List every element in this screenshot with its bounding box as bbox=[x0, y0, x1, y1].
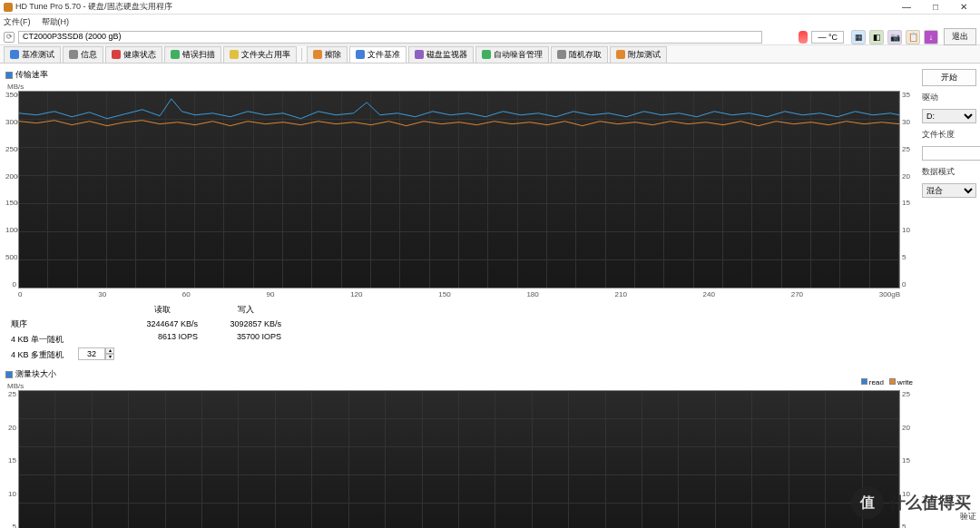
tab-extra[interactable]: 附加测试 bbox=[610, 46, 667, 63]
random-icon bbox=[557, 50, 566, 59]
app-icon bbox=[4, 3, 13, 12]
minimize-button[interactable]: — bbox=[897, 2, 916, 12]
drive-label: 驱动 bbox=[922, 92, 976, 103]
tab-filebench[interactable]: 文件基准 bbox=[349, 46, 407, 63]
refresh-icon[interactable]: ⟳ bbox=[4, 32, 15, 43]
read-trace bbox=[19, 99, 899, 119]
tab-erase[interactable]: 擦除 bbox=[307, 46, 348, 63]
qd-up[interactable]: ▴ bbox=[105, 347, 114, 354]
queue-depth-input[interactable] bbox=[78, 347, 105, 360]
seq-read-value: 3244647 KB/s bbox=[127, 319, 198, 328]
temperature-display: — °C bbox=[811, 31, 844, 44]
quick-icon-5[interactable]: ↓ bbox=[924, 30, 938, 44]
4k-single-read-value: 8613 IOPS bbox=[127, 332, 198, 341]
filelen-input[interactable] bbox=[922, 146, 980, 161]
x-axis: 0306090120150180210240270300gB bbox=[5, 288, 913, 298]
folder-icon bbox=[230, 50, 239, 59]
blocksize-chart bbox=[18, 390, 900, 528]
window-title: HD Tune Pro 5.70 - 硬盘/固态硬盘实用程序 bbox=[15, 1, 897, 13]
erase-icon bbox=[313, 50, 322, 59]
quick-icon-1[interactable]: ▦ bbox=[851, 30, 866, 44]
start-button[interactable]: 开始 bbox=[922, 69, 976, 86]
watermark: 值 什么值得买 bbox=[851, 486, 971, 519]
menu-file[interactable]: 文件(F) bbox=[4, 16, 31, 28]
results-table: 顺序 4 KB 单一随机 4 KB 多重随机 ▴▾ 读取 3244647 KB/… bbox=[5, 298, 913, 368]
watermark-text: 什么值得买 bbox=[889, 492, 971, 513]
checkbox-blocksize[interactable] bbox=[5, 371, 13, 378]
tab-random[interactable]: 随机存取 bbox=[551, 46, 608, 63]
qd-down[interactable]: ▾ bbox=[105, 354, 114, 360]
y2-left-axis: 252015105 bbox=[5, 390, 18, 528]
row-4kb-single: 4 KB 单一随机 bbox=[11, 334, 73, 346]
header-write: 写入 bbox=[211, 304, 281, 316]
seq-write-value: 3092857 KB/s bbox=[211, 319, 281, 328]
y-axis-label: MB/s bbox=[5, 83, 913, 91]
watermark-icon: 值 bbox=[851, 486, 884, 519]
quick-icon-4[interactable]: 📋 bbox=[906, 30, 920, 44]
tab-aam[interactable]: 自动噪音管理 bbox=[475, 46, 549, 63]
tab-monitor[interactable]: 磁盘监视器 bbox=[408, 46, 474, 63]
sound-icon bbox=[482, 50, 491, 59]
tab-health[interactable]: 健康状态 bbox=[105, 46, 162, 63]
mode-label: 数据模式 bbox=[922, 166, 976, 178]
mode-select[interactable]: 混合 bbox=[922, 183, 976, 198]
menu-help[interactable]: 帮助(H) bbox=[42, 16, 70, 28]
exit-button[interactable]: 退出 bbox=[944, 28, 976, 45]
tab-benchmark[interactable]: 基准测试 bbox=[4, 46, 61, 63]
close-button[interactable]: ✕ bbox=[955, 2, 973, 12]
drive-select[interactable]: CT2000P3SSD8 (2000 gB) bbox=[18, 31, 762, 44]
quick-icon-2[interactable]: ◧ bbox=[869, 30, 884, 44]
section-transfer-label: 传输速率 bbox=[15, 69, 48, 81]
scan-icon bbox=[171, 50, 180, 59]
monitor-icon bbox=[415, 50, 424, 59]
section-blocksize-label: 测量块大小 bbox=[15, 368, 56, 380]
checkbox-transfer[interactable] bbox=[5, 72, 13, 79]
gauge-icon bbox=[10, 50, 19, 59]
transfer-chart bbox=[18, 91, 900, 288]
4k-single-write-value: 35700 IOPS bbox=[211, 332, 281, 341]
quick-icon-3[interactable]: 📷 bbox=[887, 30, 902, 44]
tab-folder[interactable]: 文件夹占用率 bbox=[223, 46, 297, 63]
info-icon bbox=[69, 50, 78, 59]
drive-letter-select[interactable]: D: bbox=[922, 109, 976, 123]
filelen-label: 文件长度 bbox=[922, 129, 976, 141]
extra-icon bbox=[616, 50, 625, 59]
heart-icon bbox=[112, 50, 121, 59]
row-sequential: 顺序 bbox=[11, 318, 73, 330]
tab-info[interactable]: 信息 bbox=[63, 46, 103, 63]
thermometer-icon bbox=[799, 31, 808, 44]
header-read: 读取 bbox=[127, 304, 198, 316]
tab-errorscan[interactable]: 错误扫描 bbox=[164, 46, 221, 63]
y-right-axis: 35302520151050 bbox=[900, 91, 913, 288]
y2-axis-label: MB/s bbox=[5, 382, 913, 390]
y-left-axis: 3500300025002000150010005000 bbox=[5, 91, 18, 288]
tab-separator bbox=[301, 48, 302, 61]
maximize-button[interactable]: □ bbox=[927, 2, 944, 12]
file-icon bbox=[356, 50, 365, 59]
write-trace bbox=[19, 121, 899, 126]
row-4kb-multi: 4 KB 多重随机 bbox=[11, 349, 73, 361]
